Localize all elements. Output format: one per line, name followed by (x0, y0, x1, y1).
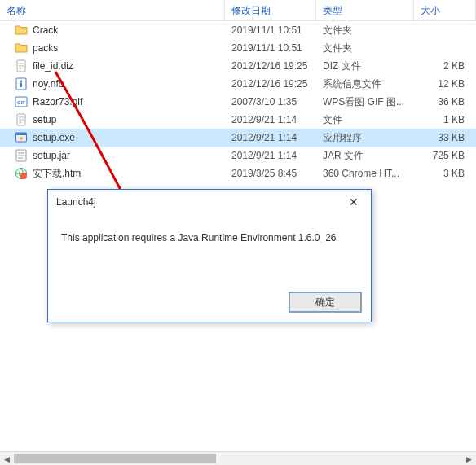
file-date: 2012/9/21 1:14 (225, 114, 316, 125)
file-date: 2007/3/10 1:35 (225, 96, 316, 107)
file-size: 1 KB (414, 114, 476, 125)
file-icon (15, 113, 28, 126)
file-type: 系统信息文件 (316, 77, 414, 91)
scroll-right-button[interactable]: ▶ (462, 452, 476, 465)
gif-icon: GIF (15, 95, 28, 108)
close-button[interactable]: ✕ (337, 191, 371, 213)
file-type: 文件夹 (316, 24, 414, 37)
svg-text:GIF: GIF (17, 100, 25, 105)
file-type: WPS看图 GIF 图... (316, 95, 414, 109)
file-date: 2012/9/21 1:14 (225, 150, 316, 161)
svg-point-9 (20, 137, 23, 140)
file-date: 2012/9/21 1:14 (225, 132, 316, 143)
file-name: Razor73.gif (33, 96, 82, 107)
folder-icon (15, 42, 28, 55)
scroll-track[interactable] (14, 452, 462, 465)
file-size: 3 KB (414, 168, 476, 179)
file-date: 2012/12/16 19:25 (225, 78, 316, 90)
folder-icon (15, 24, 28, 37)
dialog-launch4j: Launch4j ✕ This application requires a J… (47, 189, 372, 322)
file-name: setup.exe (33, 132, 75, 143)
table-row[interactable]: noy.nfo2012/12/16 19:25系统信息文件12 KB (0, 75, 476, 93)
file-name: packs (33, 42, 58, 54)
scroll-left-button[interactable]: ◀ (0, 452, 14, 465)
table-row[interactable]: setup2012/9/21 1:14文件1 KB (0, 111, 476, 129)
col-name-header[interactable]: 名称 (0, 0, 225, 20)
file-size: 725 KB (414, 150, 476, 161)
nfo-icon (15, 77, 28, 90)
table-row[interactable]: Crack2019/11/1 10:51文件夹 (0, 21, 476, 39)
table-row[interactable]: file_id.diz2012/12/16 19:25DIZ 文件2 KB (0, 57, 476, 75)
file-type: 应用程序 (316, 131, 414, 145)
file-date: 2012/12/16 19:25 (225, 60, 316, 72)
svg-point-12 (20, 173, 27, 179)
table-row[interactable]: setup.jar2012/9/21 1:14JAR 文件725 KB (0, 147, 476, 165)
dialog-title-text: Launch4j (56, 196, 96, 208)
file-date: 2019/3/25 8:45 (225, 168, 316, 179)
dialog-titlebar[interactable]: Launch4j ✕ (48, 190, 371, 214)
table-row[interactable]: GIFRazor73.gif2007/3/10 1:35WPS看图 GIF 图.… (0, 93, 476, 111)
horizontal-scrollbar[interactable]: ◀ ▶ (0, 451, 476, 465)
file-type: DIZ 文件 (316, 59, 414, 73)
table-row[interactable]: 安下载.htm2019/3/25 8:45360 Chrome HT...3 K… (0, 165, 476, 182)
file-date: 2019/11/1 10:51 (225, 42, 316, 54)
file-type: 360 Chrome HT... (316, 168, 414, 179)
table-row[interactable]: setup.exe2012/9/21 1:14应用程序33 KB (0, 129, 476, 147)
file-name: 安下载.htm (33, 167, 81, 181)
file-date: 2019/11/1 10:51 (225, 24, 316, 36)
file-size: 36 KB (414, 96, 476, 107)
jar-icon (15, 149, 28, 162)
file-name: setup (33, 114, 56, 125)
table-row[interactable]: packs2019/11/1 10:51文件夹 (0, 39, 476, 57)
col-size-header[interactable]: 大小 (414, 0, 476, 20)
htm-icon (15, 167, 28, 180)
exe-icon (15, 131, 28, 144)
columns-header: 名称 修改日期 类型 大小 (0, 0, 476, 21)
file-list: Crack2019/11/1 10:51文件夹packs2019/11/1 10… (0, 21, 476, 182)
scroll-thumb[interactable] (14, 454, 216, 463)
file-name: noy.nfo (33, 78, 64, 90)
file-type: JAR 文件 (316, 149, 414, 163)
file-name: Crack (33, 24, 58, 36)
file-size: 12 KB (414, 78, 476, 90)
file-size: 2 KB (414, 60, 476, 72)
file-type: 文件 (316, 113, 414, 127)
svg-rect-3 (20, 83, 22, 87)
file-type: 文件夹 (316, 42, 414, 55)
file-size: 33 KB (414, 132, 476, 143)
svg-rect-8 (16, 133, 27, 135)
svg-point-2 (20, 81, 23, 83)
ok-button[interactable]: 确定 (289, 292, 361, 312)
col-type-header[interactable]: 类型 (316, 0, 414, 20)
dialog-message: This application requires a Java Runtime… (61, 232, 337, 243)
file-name: setup.jar (33, 150, 70, 161)
file-name: file_id.diz (33, 60, 73, 72)
file-icon (15, 59, 28, 72)
col-date-header[interactable]: 修改日期 (225, 0, 316, 20)
